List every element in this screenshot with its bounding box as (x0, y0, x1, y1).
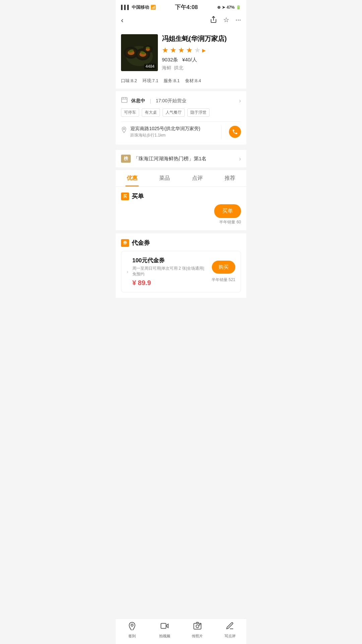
divider: | (150, 98, 151, 104)
location-status-icon: ⊕ (217, 5, 221, 10)
carrier-name: 中国移动 (132, 4, 149, 10)
back-button[interactable]: ‹ (121, 16, 123, 25)
review-count: 9032条 (162, 57, 178, 63)
open-time: 17:00开始营业 (156, 98, 186, 104)
restaurant-image[interactable]: 4484 (121, 34, 158, 71)
ratings-row: 口味:8.2 环境:7.1 服务:8.1 食材:8.4 (116, 76, 246, 91)
voucher-chevron-icon: › (127, 269, 128, 274)
review-info: 9032条 ¥40/人 (162, 57, 241, 63)
address-main: 迎宾南路1025号(拱北华润万家旁) (130, 126, 214, 132)
buy-section-icon: 买 (121, 193, 129, 200)
restaurant-info: 冯姐生蚝(华润万家店) ★ ★ ★ ★ ★ ▶ 9032条 ¥40/人 海鲜 拱… (162, 34, 241, 71)
ranking-chevron-icon: › (239, 155, 241, 162)
env-rating: 环境:7.1 (142, 78, 159, 84)
tag-parking: 可停车 (121, 108, 139, 117)
taste-rating: 口味:8.2 (121, 78, 137, 84)
share-icon[interactable] (210, 16, 217, 25)
tab-tuijian[interactable]: 推荐 (214, 170, 247, 186)
svg-point-16 (123, 128, 125, 129)
favorite-icon[interactable]: ☆ (223, 16, 229, 25)
star-4: ★ (186, 46, 193, 55)
buy-row: 买单 (121, 204, 241, 218)
feature-tags: 可停车 有大桌 人气餐厅 隐于浮世 (121, 108, 241, 117)
image-count: 4484 (144, 64, 156, 69)
tag-popular: 人气餐厅 (163, 108, 185, 117)
category-2: 拱北 (174, 65, 183, 71)
address-text: 迎宾南路1025号(拱北华润万家旁) 距珠海站步行1.1km (130, 126, 214, 138)
ingredients-rating: 食材:8.4 (185, 78, 201, 84)
status-bar: ▌▌▌ 中国移动 📶 下午4:08 ⊕ ➤ 47% 🔋 (116, 0, 246, 13)
hours-chevron-icon[interactable]: › (239, 97, 241, 104)
business-info: 休息中 | 17:00开始营业 › 可停车 有大桌 人气餐厅 隐于浮世 迎宾南路… (116, 91, 246, 145)
star-2: ★ (170, 46, 177, 55)
tab-caipin[interactable]: 菜品 (148, 170, 181, 186)
voucher-section-title: 代金券 (132, 239, 150, 247)
buy-sales-count: 半年销量 60 (121, 219, 241, 225)
buy-section-header: 买 买单 (121, 192, 241, 200)
tab-dianping[interactable]: 点评 (181, 170, 214, 186)
address-sub: 距珠海站步行1.1km (130, 132, 214, 138)
buy-section-title: 买单 (132, 192, 144, 200)
restaurant-header: 4484 冯姐生蚝(华润万家店) ★ ★ ★ ★ ★ ▶ 9032条 ¥40/人… (116, 29, 246, 76)
voucher-price: ¥ 89.9 (132, 279, 207, 287)
voucher-section-icon: 券 (121, 239, 129, 247)
more-icon[interactable]: ··· (235, 16, 241, 25)
rank-text: 「珠海江河湖海鲜热门榜」第1名 (133, 156, 236, 162)
battery-icon: 🔋 (236, 5, 241, 10)
status-carrier: ▌▌▌ 中国移动 📶 (121, 4, 156, 10)
rank-badge: 榜 (121, 155, 131, 163)
address-row: 迎宾南路1025号(拱北华润万家旁) 距珠海站步行1.1km (121, 121, 241, 139)
status-battery: ⊕ ➤ 47% 🔋 (217, 5, 241, 10)
nav-actions: ☆ ··· (210, 16, 241, 25)
gps-icon: ➤ (222, 5, 225, 10)
voucher-info: 100元代金券 周一至周日可用|单次可用 2 张|全场通用|免预约 ¥ 89.9 (132, 257, 207, 287)
purchase-voucher-button[interactable]: 购买 (212, 261, 235, 274)
nav-bar: ‹ ☆ ··· (116, 13, 246, 29)
star-1: ★ (162, 46, 169, 55)
voucher-section: 券 代金券 › 100元代金券 周一至周日可用|单次可用 2 张|全场通用|免预… (116, 233, 246, 298)
buy-single-button[interactable]: 买单 (214, 204, 241, 218)
wifi-icon: 📶 (150, 5, 156, 10)
voucher-name: 100元代金券 (132, 257, 207, 264)
voucher-card[interactable]: › 100元代金券 周一至周日可用|单次可用 2 张|全场通用|免预约 ¥ 89… (121, 251, 241, 292)
service-rating: 服务:8.1 (164, 78, 180, 84)
battery-percent: 47% (227, 5, 235, 10)
ranking-section[interactable]: 榜 「珠海江河湖海鲜热门榜」第1名 › (116, 147, 246, 167)
price-per-person: ¥40/人 (182, 57, 197, 63)
category-tags: 海鲜 拱北 (162, 65, 241, 71)
tab-youhui[interactable]: 优惠 (116, 170, 148, 186)
voucher-desc: 周一至周日可用|单次可用 2 张|全场通用|免预约 (132, 266, 207, 277)
business-hours-row: 休息中 | 17:00开始营业 › (121, 97, 241, 105)
tag-bigtable: 有大桌 (142, 108, 160, 117)
restaurant-name: 冯姐生蚝(华润万家店) (162, 34, 241, 43)
tabs: 优惠 菜品 点评 推荐 (116, 170, 246, 187)
business-status: 休息中 (131, 98, 145, 104)
voucher-sales-count: 半年销量 521 (212, 277, 235, 283)
tag-hidden: 隐于浮世 (187, 108, 209, 117)
phone-button[interactable] (229, 126, 241, 138)
clock-icon (121, 97, 128, 105)
star-5: ★ (194, 46, 201, 55)
star-rating: ★ ★ ★ ★ ★ ▶ (162, 46, 241, 55)
location-icon (121, 126, 127, 135)
rating-arrow[interactable]: ▶ (202, 48, 206, 53)
svg-point-14 (146, 47, 150, 49)
status-time: 下午4:08 (175, 3, 198, 11)
voucher-section-header: 券 代金券 (121, 239, 241, 247)
svg-rect-15 (122, 98, 127, 103)
star-3: ★ (178, 46, 185, 55)
buy-section: 买 买单 买单 半年销量 60 (116, 187, 246, 231)
category-1: 海鲜 (162, 65, 171, 71)
signal-icon: ▌▌▌ (121, 5, 130, 10)
